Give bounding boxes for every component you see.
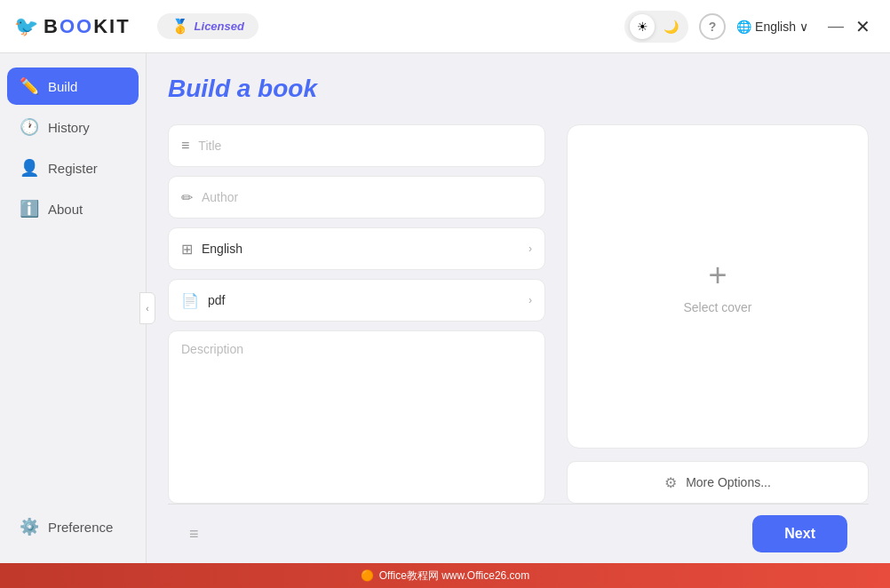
title-bar: 🐦 BOOKIT 🥇 Licensed ☀ 🌙 ? 🌐 English ∨ — … [0,0,890,53]
form-cover-row: ≡ ✏ ⊞ English › 📄 pdf › [168,124,869,504]
collapse-icon: ‹ [146,304,148,314]
sidebar: ✏️ Build 🕐 History 👤 Register ℹ️ About ⚙… [0,53,147,563]
description-container [168,330,545,504]
language-icon: ⊞ [181,241,193,258]
language-chevron-icon: › [528,242,532,255]
bottom-menu-icon: ≡ [189,525,199,544]
format-value: pdf [208,293,528,307]
preference-icon: ⚙️ [20,517,39,536]
logo-text: BOOKIT [44,15,131,38]
about-icon: ℹ️ [20,199,39,219]
cover-section: + Select cover ⚙ More Options... [567,124,869,504]
format-chevron-icon: › [528,294,532,306]
sidebar-item-about-label: About [48,202,83,217]
author-field-container: ✏ [168,176,545,219]
title-field-icon: ≡ [181,138,189,154]
help-button[interactable]: ? [699,13,726,40]
cover-select-label: Select cover [683,300,751,314]
logo: 🐦 BOOKIT [14,15,131,38]
sidebar-item-build[interactable]: ✏️ Build [7,68,139,105]
title-input[interactable] [198,139,532,153]
dark-theme-button[interactable]: 🌙 [658,14,683,39]
sidebar-item-preference[interactable]: ⚙️ Preference [7,508,139,545]
sidebar-item-register[interactable]: 👤 Register [7,149,139,187]
watermark-bar: 🟠 Office教程网 www.Office26.com [0,563,890,588]
language-button[interactable]: 🌐 English ∨ [736,20,808,34]
content-area: Build a book ≡ ✏ ⊞ English › 📄 [147,53,890,563]
sidebar-collapse-button[interactable]: ‹ [139,292,155,324]
language-label: English [755,20,796,34]
build-icon: ✏️ [20,76,39,96]
light-theme-button[interactable]: ☀ [630,14,655,39]
author-field-icon: ✏ [181,189,193,206]
sidebar-item-preference-label: Preference [48,520,113,535]
theme-toggle: ☀ 🌙 [624,11,688,43]
description-textarea[interactable] [181,342,532,492]
licensed-label: Licensed [195,20,244,33]
logo-bird-icon: 🐦 [14,15,38,38]
sidebar-item-about[interactable]: ℹ️ About [7,190,139,227]
sidebar-item-build-label: Build [48,79,77,94]
next-button[interactable]: Next [752,515,847,552]
globe-icon: 🌐 [736,20,751,34]
sidebar-item-history[interactable]: 🕐 History [7,108,139,146]
language-value: English [202,242,528,256]
format-select[interactable]: 📄 pdf › [168,279,545,322]
bottom-bar: ≡ Next [168,504,869,563]
main-container: ✏️ Build 🕐 History 👤 Register ℹ️ About ⚙… [0,53,890,563]
sidebar-item-history-label: History [48,120,90,135]
close-button[interactable]: ✕ [849,13,876,40]
medal-icon: 🥇 [171,18,189,35]
register-icon: 👤 [20,158,39,178]
sidebar-item-register-label: Register [48,161,98,176]
watermark-office-icon: 🟠 [361,569,374,582]
minimize-button[interactable]: — [822,13,849,40]
language-select[interactable]: ⊞ English › [168,227,545,270]
format-icon: 📄 [181,292,199,309]
history-icon: 🕐 [20,117,39,137]
form-section: ≡ ✏ ⊞ English › 📄 pdf › [168,124,545,504]
lang-chevron-icon: ∨ [799,20,808,34]
more-options-button[interactable]: ⚙ More Options... [567,461,869,504]
more-options-label: More Options... [686,475,771,489]
licensed-badge: 🥇 Licensed [157,13,258,39]
cover-plus-icon: + [708,259,727,291]
watermark-text: Office教程网 www.Office26.com [379,568,530,584]
page-title: Build a book [168,75,869,103]
cover-upload-area[interactable]: + Select cover [567,124,869,449]
author-input[interactable] [202,190,532,204]
title-field-container: ≡ [168,124,545,167]
more-options-gear-icon: ⚙ [664,474,677,491]
